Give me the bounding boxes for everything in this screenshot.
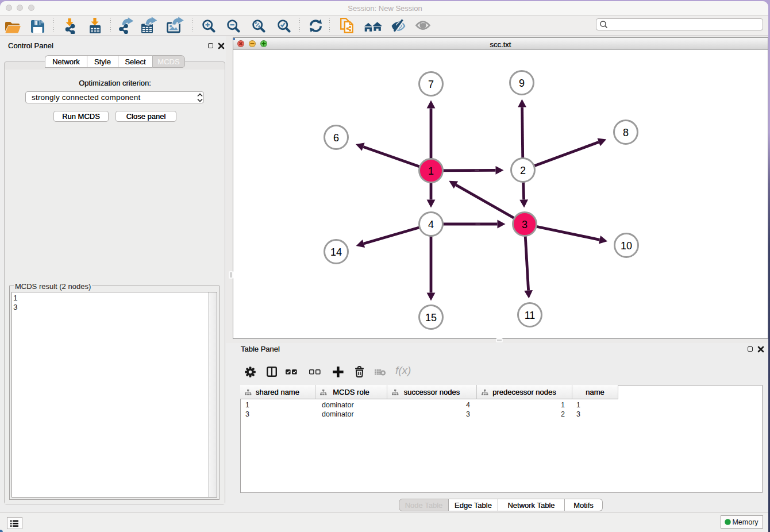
- svg-text:14: 14: [330, 246, 342, 258]
- svg-text:2: 2: [520, 165, 526, 176]
- svg-text:4: 4: [428, 219, 434, 230]
- svg-text:7: 7: [428, 79, 434, 90]
- svg-text:1: 1: [428, 165, 434, 177]
- svg-text:15: 15: [425, 312, 437, 323]
- svg-text:10: 10: [621, 240, 632, 252]
- svg-text:9: 9: [519, 78, 525, 89]
- svg-text:8: 8: [623, 127, 629, 138]
- svg-text:3: 3: [522, 219, 528, 230]
- svg-text:11: 11: [525, 310, 536, 321]
- svg-text:6: 6: [333, 132, 339, 144]
